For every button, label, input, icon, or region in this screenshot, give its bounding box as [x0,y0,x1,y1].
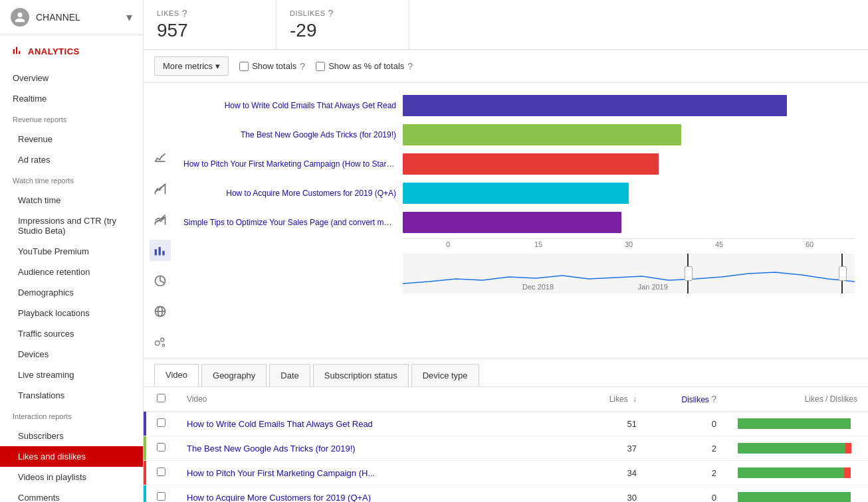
sidebar-item-videos-playlists[interactable]: Videos in playlists [0,467,143,487]
bar-fill [403,95,787,116]
sidebar-item-likes-dislikes[interactable]: Likes and dislikes [0,446,143,467]
table-row: The Best New Google Ads Tricks (for 2019… [144,436,868,461]
sidebar-item-traffic-sources[interactable]: Traffic sources [0,323,143,344]
tab-device-type[interactable]: Device type [411,364,479,386]
row-check[interactable] [146,412,176,436]
sidebar-item-playback-locations[interactable]: Playback locations [0,303,143,323]
timeline-handle-right[interactable] [841,254,843,293]
sidebar-item-demographics[interactable]: Demographics [0,282,143,303]
tab-date[interactable]: Date [269,364,310,386]
dislikes-col-help-icon[interactable]: ? [711,394,716,404]
likes-help-icon[interactable]: ? [182,8,187,19]
sidebar-item-impressions-ctr[interactable]: Impressions and CTR (try Studio Beta) [0,210,143,241]
likes-portion [738,492,851,502]
svg-rect-0 [155,249,157,255]
sidebar-section-revenue: Revenue reports [0,109,143,129]
table-row: How to Pitch Your First Marketing Campai… [144,461,868,485]
show-pct-checkbox[interactable] [316,62,325,71]
stats-bar: LIKES ? 957 DISLIKES ? -29 [144,0,868,50]
svg-point-11 [162,344,164,346]
show-totals-checkbox[interactable] [239,62,249,71]
show-totals-help-icon[interactable]: ? [300,61,305,72]
likes-portion [738,443,845,454]
bubble-chart-icon[interactable] [150,331,171,353]
row-video: The Best New Google Ads Tricks (for 2019… [176,436,581,461]
bar-fill [403,183,629,204]
bar-label[interactable]: How to Write Cold Emails That Always Get… [183,101,396,110]
row-checkbox[interactable] [157,467,165,476]
bar-label[interactable]: The Best New Google Ads Tricks (for 2019… [183,130,396,139]
row-check[interactable] [146,485,176,503]
tab-subscription-status[interactable]: Subscription status [313,364,409,386]
show-pct-help-icon[interactable]: ? [407,61,413,72]
dislikes-portion [845,443,851,454]
bar-track [403,124,855,145]
sidebar-item-realtime[interactable]: Realtime [0,88,143,109]
row-check[interactable] [146,436,176,461]
ratio-bar [738,467,857,478]
area-chart-icon[interactable] [150,179,171,200]
likes-stat-box: LIKES ? 957 [144,0,276,49]
sidebar-item-revenue[interactable]: Revenue [0,129,143,149]
dislikes-help-icon[interactable]: ? [328,8,334,19]
bar-label[interactable]: How to Pitch Your First Marketing Campai… [183,159,396,169]
channel-header[interactable]: CHANNEL ▾ [0,0,143,35]
axis-label: 60 [764,240,855,248]
sidebar-item-translations[interactable]: Translations [0,385,143,406]
geo-chart-icon[interactable] [150,301,171,322]
video-link[interactable]: How to Write Cold Emails That Always Get… [187,419,373,429]
analytics-label: ANALYTICS [0,35,143,65]
bar-label[interactable]: Simple Tips to Optimize Your Sales Page … [183,218,396,227]
row-dislikes: 2 [647,461,727,485]
bar-chart-icon[interactable] [150,240,171,261]
line-chart-icon[interactable] [150,148,171,169]
video-link[interactable]: The Best New Google Ads Tricks (for 2019… [187,444,356,454]
sidebar-item-youtube-premium[interactable]: YouTube Premium [0,241,143,262]
row-check[interactable] [146,461,176,485]
dislikes-label: DISLIKES ? [290,8,395,19]
sidebar-item-devices[interactable]: Devices [0,344,143,365]
bar-row: The Best New Google Ads Tricks (for 2019… [183,124,855,145]
select-all-checkbox[interactable] [157,394,165,402]
show-totals-checkbox-label[interactable]: Show totals ? [239,61,305,72]
row-video: How to Pitch Your First Marketing Campai… [176,461,581,485]
sidebar-section-watch-time: Watch time reports [0,170,143,190]
sidebar-item-overview[interactable]: Overview [0,68,143,88]
sidebar-item-live-streaming[interactable]: Live streaming [0,365,143,385]
pie-chart-icon[interactable] [150,270,171,292]
mini-timeline[interactable]: Dec 2018 Jan 2019 [403,254,855,293]
row-checkbox[interactable] [157,443,165,452]
th-dislikes: Dislikes ? [647,387,727,412]
dislikes-portion [844,467,851,478]
sidebar-item-audience-retention[interactable]: Audience retention [0,262,143,282]
chevron-down-icon: ▾ [126,10,132,25]
svg-rect-2 [162,251,164,256]
stacked-area-icon[interactable] [150,209,171,230]
row-video: How to Acquire More Customers for 2019 (… [176,485,581,503]
video-link[interactable]: How to Pitch Your First Marketing Campai… [187,468,375,478]
show-pct-checkbox-label[interactable]: Show as % of totals ? [316,61,413,72]
sidebar-item-subscribers[interactable]: Subscribers [0,426,143,446]
sidebar-item-ad-rates[interactable]: Ad rates [0,149,143,170]
bar-label[interactable]: How to Acquire More Customers for 2019 (… [183,189,396,198]
axis-label: 45 [674,240,764,248]
row-ratio [727,461,868,485]
row-checkbox[interactable] [157,492,165,501]
row-dislikes: 0 [647,485,727,503]
timeline-handle-left[interactable] [687,254,689,293]
bar-fill [403,124,681,145]
sidebar-item-watch-time[interactable]: Watch time [0,190,143,210]
svg-point-9 [156,341,160,345]
bar-track [403,95,855,116]
video-link[interactable]: How to Acquire More Customers for 2019 (… [187,493,371,503]
th-likes[interactable]: Likes ↓ [581,387,647,412]
main-content: LIKES ? 957 DISLIKES ? -29 More metrics … [144,0,868,502]
row-checkbox[interactable] [157,418,165,427]
table-area: Video Likes ↓ Dislikes ? Likes / Dislike… [144,387,868,502]
tab-geography[interactable]: Geography [201,364,267,386]
sidebar-item-comments[interactable]: Comments [0,487,143,502]
tab-video[interactable]: Video [154,364,199,386]
more-metrics-button[interactable]: More metrics ▾ [154,56,229,76]
th-video: Video [176,387,581,412]
row-dislikes: 2 [647,436,727,461]
